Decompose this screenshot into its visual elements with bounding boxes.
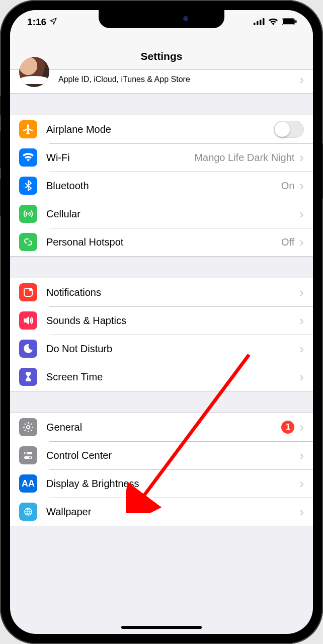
bluetooth-label: Bluetooth xyxy=(46,180,281,192)
general-badge: 1 xyxy=(281,421,294,434)
airplane-icon xyxy=(19,120,37,138)
row-airplane-mode[interactable]: Airplane Mode xyxy=(10,115,313,143)
svg-point-22 xyxy=(29,457,31,459)
wifi-icon xyxy=(19,148,37,167)
sounds-icon xyxy=(19,311,37,330)
control-center-icon xyxy=(19,446,37,464)
airplane-label: Airplane Mode xyxy=(46,124,274,135)
chevron-right-icon: › xyxy=(299,286,304,299)
cellular-label: Cellular xyxy=(46,208,299,220)
row-cellular[interactable]: Cellular › xyxy=(10,200,313,228)
row-wallpaper[interactable]: Wallpaper › xyxy=(10,498,313,526)
apple-id-subtitle: Apple ID, iCloud, iTunes & App Store xyxy=(58,75,190,84)
bluetooth-value: On xyxy=(281,180,295,192)
hotspot-label: Personal Hotspot xyxy=(46,236,281,248)
notifications-icon xyxy=(19,283,37,301)
cellular-icon xyxy=(19,205,37,223)
sounds-label: Sounds & Haptics xyxy=(46,315,299,327)
battery-icon xyxy=(282,17,297,28)
row-wifi[interactable]: Wi-Fi Mango Life Dark Night › xyxy=(10,143,313,172)
svg-point-9 xyxy=(29,288,32,291)
iphone-frame: 1:16 Settings Apple ID, xyxy=(0,0,323,644)
dnd-label: Do Not Disturb xyxy=(46,343,299,355)
screentime-icon xyxy=(19,368,37,386)
svg-rect-5 xyxy=(283,19,294,24)
control-center-label: Control Center xyxy=(46,450,299,461)
volume-up-button xyxy=(0,131,1,169)
chevron-right-icon: › xyxy=(299,314,304,327)
screen: 1:16 Settings Apple ID, xyxy=(10,10,313,634)
avatar xyxy=(19,57,49,87)
svg-line-17 xyxy=(25,430,26,431)
svg-point-20 xyxy=(25,452,27,454)
svg-line-15 xyxy=(25,424,26,425)
chevron-right-icon: › xyxy=(299,179,304,192)
section-gap xyxy=(10,391,313,413)
hotspot-value: Off xyxy=(281,236,294,248)
screentime-label: Screen Time xyxy=(46,371,299,383)
chevron-right-icon: › xyxy=(299,73,304,86)
chevron-right-icon: › xyxy=(299,421,304,434)
row-control-center[interactable]: Control Center › xyxy=(10,441,313,469)
svg-rect-1 xyxy=(257,21,259,25)
svg-rect-3 xyxy=(263,18,265,25)
row-general[interactable]: General 1 › xyxy=(10,413,313,441)
svg-rect-6 xyxy=(295,20,297,23)
notch xyxy=(99,10,224,28)
page-title: Settings xyxy=(10,34,313,70)
gear-icon xyxy=(19,418,37,436)
wifi-label: Wi-Fi xyxy=(46,152,194,164)
section-gap xyxy=(10,93,313,115)
row-screen-time[interactable]: Screen Time › xyxy=(10,363,313,391)
row-personal-hotspot[interactable]: Personal Hotspot Off › xyxy=(10,228,313,256)
row-notifications[interactable]: Notifications › xyxy=(10,278,313,306)
wallpaper-icon xyxy=(19,503,37,521)
row-do-not-disturb[interactable]: Do Not Disturb › xyxy=(10,335,313,363)
svg-point-7 xyxy=(27,213,29,214)
status-time: 1:16 xyxy=(27,17,46,28)
svg-line-16 xyxy=(31,430,32,431)
row-bluetooth[interactable]: Bluetooth On › xyxy=(10,172,313,200)
wifi-icon xyxy=(268,17,278,28)
row-display-brightness[interactable]: AA Display & Brightness › xyxy=(10,469,313,498)
chevron-right-icon: › xyxy=(299,370,304,383)
svg-line-18 xyxy=(31,424,32,425)
ringer-switch xyxy=(0,96,1,116)
volume-down-button xyxy=(0,179,1,216)
chevron-right-icon: › xyxy=(299,477,304,490)
chevron-right-icon: › xyxy=(299,151,304,164)
chevron-right-icon: › xyxy=(299,235,304,249)
airplane-toggle[interactable] xyxy=(274,121,304,138)
svg-rect-0 xyxy=(254,23,256,25)
wifi-value: Mango Life Dark Night xyxy=(194,152,294,164)
apple-id-row[interactable]: Apple ID, iCloud, iTunes & App Store › xyxy=(10,70,313,93)
chevron-right-icon: › xyxy=(299,342,304,355)
bluetooth-icon xyxy=(19,177,37,195)
section-gap xyxy=(10,256,313,278)
home-indicator[interactable] xyxy=(121,626,202,629)
dnd-icon xyxy=(19,340,37,358)
chevron-right-icon: › xyxy=(299,207,304,220)
chevron-right-icon: › xyxy=(299,505,304,518)
hotspot-icon xyxy=(19,233,37,251)
row-sounds-haptics[interactable]: Sounds & Haptics › xyxy=(10,306,313,335)
svg-rect-2 xyxy=(260,20,262,25)
cellular-signal-icon xyxy=(254,17,265,28)
svg-point-10 xyxy=(27,426,30,429)
display-icon: AA xyxy=(19,474,37,493)
general-label: General xyxy=(46,422,281,433)
location-icon xyxy=(49,17,57,28)
display-label: Display & Brightness xyxy=(46,478,299,490)
notifications-label: Notifications xyxy=(46,287,299,298)
chevron-right-icon: › xyxy=(299,449,304,462)
wallpaper-label: Wallpaper xyxy=(46,506,299,518)
